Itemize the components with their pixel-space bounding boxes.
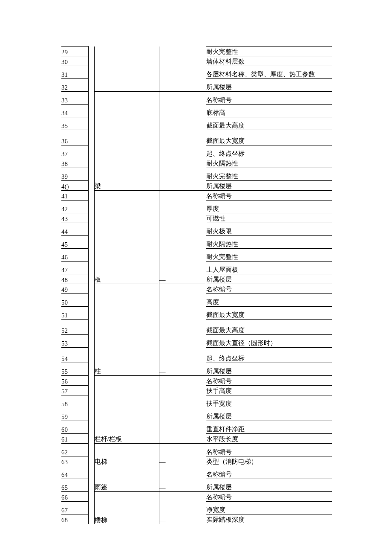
dash-cell [159, 46, 206, 92]
row-number: 57 [61, 386, 88, 395]
dash-cell: — [159, 191, 206, 284]
row-number: 49 [61, 284, 88, 294]
attr-cell: 截面最大宽度 [206, 130, 332, 145]
attr-cell: 起、终点坐标 [206, 348, 332, 363]
row-number: 61 [61, 434, 88, 444]
attr-cell: 垂直杆件净距 [206, 421, 332, 434]
attr-cell: 厚度 [206, 200, 332, 213]
row-number: 68 [61, 514, 88, 524]
attr-cell: 名称编号 [206, 492, 332, 502]
row-number: 52 [61, 320, 88, 335]
attr-cell: 扶手高度 [206, 386, 332, 395]
row-number: 33 [61, 92, 88, 105]
attr-cell: 起、终点坐标 [206, 145, 332, 158]
row-number: 45 [61, 236, 88, 249]
dash-cell: — [159, 376, 206, 444]
attr-cell: 截面最大高度 [206, 320, 332, 335]
row-number: 29 [61, 46, 88, 56]
row-number: 38 [61, 158, 88, 168]
dash-cell: — [159, 444, 206, 466]
table-row: 62 电梯 — 名称编号 [61, 444, 332, 456]
row-number: 43 [61, 213, 88, 223]
row-number: 35 [61, 117, 88, 130]
attr-cell: 名称编号 [206, 444, 332, 456]
row-number: 55 [61, 363, 88, 376]
attr-cell: 实际踏板深度 [206, 514, 332, 524]
row-number: 64 [61, 466, 88, 479]
table-body: 29 耐火完整性 30 墙体材料层数 31 各层材料名称、类型、厚度、热工参数 … [61, 46, 332, 524]
row-number: 56 [61, 376, 88, 386]
row-number: 39 [61, 168, 88, 181]
attr-cell: 名称编号 [206, 284, 332, 294]
table-row: 64 雨篷 — 名称编号 [61, 466, 332, 479]
row-number: 31 [61, 66, 88, 79]
row-number: 53 [61, 335, 88, 348]
row-number: 36 [61, 130, 88, 145]
row-number: 37 [61, 145, 88, 158]
attributes-table: 29 耐火完整性 30 墙体材料层数 31 各层材料名称、类型、厚度、热工参数 … [61, 46, 332, 524]
attr-cell: 截面最大宽度 [206, 307, 332, 320]
attr-cell: 所属楼层 [206, 479, 332, 492]
attr-cell: 耐火完整性 [206, 168, 332, 181]
attr-cell: 水平段长度 [206, 434, 332, 444]
category-cell: 栏杆/栏板 [94, 376, 159, 444]
attr-cell: 耐火极限 [206, 223, 332, 236]
attr-cell: 高度 [206, 294, 332, 307]
row-number: 47 [61, 262, 88, 274]
row-number: 44 [61, 223, 88, 236]
attr-cell: 耐火隔热性 [206, 158, 332, 168]
row-number: 63 [61, 456, 88, 466]
table-row: 33 梁 — 名称编号 [61, 92, 332, 105]
attr-cell: 名称编号 [206, 376, 332, 386]
attr-cell: 可燃性 [206, 213, 332, 223]
attr-cell: 所属楼层 [206, 181, 332, 191]
attr-cell: 底标高 [206, 105, 332, 117]
attr-cell: 截面最大高度 [206, 117, 332, 130]
category-cell [94, 46, 159, 92]
row-number: 67 [61, 502, 88, 514]
attr-cell: 净宽度 [206, 502, 332, 514]
attr-cell: 耐火完整性 [206, 46, 332, 56]
row-number: 58 [61, 395, 88, 408]
row-number: 48 [61, 274, 88, 284]
attr-cell: 所属楼层 [206, 363, 332, 376]
category-cell: 板 [94, 191, 159, 284]
attr-cell: 扶手宽度 [206, 395, 332, 408]
attr-cell: 名称编号 [206, 466, 332, 479]
row-number: 4() [61, 181, 88, 191]
row-number: 41 [61, 191, 88, 200]
table-row: 56 栏杆/栏板 — 名称编号 [61, 376, 332, 386]
attr-cell: 名称编号 [206, 191, 332, 200]
attr-cell: 耐火完整性 [206, 249, 332, 262]
table-row: 29 耐火完整性 [61, 46, 332, 56]
dash-cell: — [159, 284, 206, 376]
row-number: 54 [61, 348, 88, 363]
attr-cell: 上人屋面板 [206, 262, 332, 274]
attr-cell: 类型（消防电梯） [206, 456, 332, 466]
row-number: 42 [61, 200, 88, 213]
table-row: 49 柱 — 名称编号 [61, 284, 332, 294]
category-cell: 柱 [94, 284, 159, 376]
row-number: 46 [61, 249, 88, 262]
row-number: 65 [61, 479, 88, 492]
attr-cell: 截面最大直径（圆形时） [206, 335, 332, 348]
row-number: 60 [61, 421, 88, 434]
row-number: 50 [61, 294, 88, 307]
attr-cell: 所属楼层 [206, 79, 332, 92]
attr-cell: 名称编号 [206, 92, 332, 105]
row-number: 32 [61, 79, 88, 92]
category-cell: 电梯 [94, 444, 159, 466]
category-cell: 雨篷 [94, 466, 159, 492]
category-cell: 梁 [94, 92, 159, 191]
row-number: 34 [61, 105, 88, 117]
attr-cell: 墙体材料层数 [206, 56, 332, 66]
attr-cell: 耐火隔热性 [206, 236, 332, 249]
category-cell: 楼梯 [94, 492, 159, 524]
document-page: 29 耐火完整性 30 墙体材料层数 31 各层材料名称、类型、厚度、热工参数 … [0, 0, 392, 555]
table-row: 66 楼梯 — 名称编号 [61, 492, 332, 502]
row-number: 66 [61, 492, 88, 502]
dash-cell: — [159, 92, 206, 191]
blank-spacer [88, 46, 94, 524]
attr-cell: 各层材料名称、类型、厚度、热工参数 [206, 66, 332, 79]
row-number: 51 [61, 307, 88, 320]
